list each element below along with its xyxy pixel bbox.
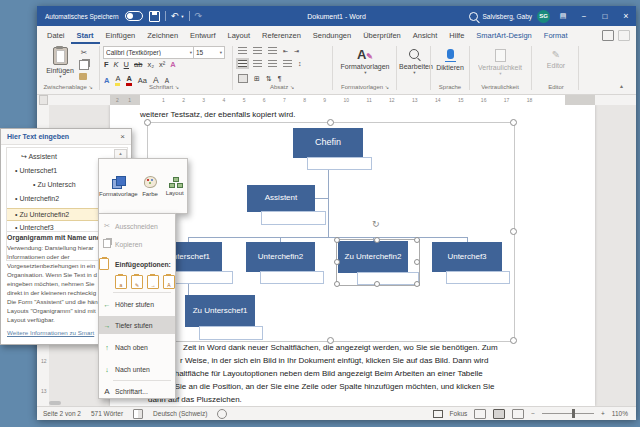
page-indicator[interactable]: Seite 2 von 2 [43, 410, 81, 417]
frame-handle-right[interactable] [510, 228, 517, 235]
tab-format[interactable]: Format [538, 26, 574, 44]
tab-hilfe[interactable]: Hilfe [443, 26, 470, 44]
format-painter-icon[interactable] [79, 73, 87, 80]
cut-icon[interactable]: ✂ [79, 48, 89, 57]
shrink-font-button[interactable]: A [165, 77, 169, 84]
close-button[interactable]: × [618, 6, 634, 26]
org-node-chefin[interactable]: Chefin [293, 128, 363, 158]
align-center-button[interactable] [253, 60, 262, 67]
print-layout-icon[interactable] [493, 409, 505, 419]
tab-layout[interactable]: Layout [222, 26, 257, 44]
text-pane-close-icon[interactable]: × [120, 132, 125, 141]
org-node-unterchef3[interactable]: Unterchef3 [432, 242, 502, 272]
mini-color-button[interactable]: Farbe [138, 159, 163, 213]
zoom-slider[interactable] [542, 413, 594, 414]
styles-dialog-launcher-icon[interactable]: ↘ [385, 84, 389, 90]
avatar[interactable]: SG [537, 10, 550, 23]
list-item-unterchef3[interactable]: • Unterchef3 [15, 224, 54, 231]
mini-style-button[interactable]: Formatvorlage [99, 159, 138, 213]
org-plate-unterchefin2[interactable] [260, 271, 324, 284]
zoom-in-button[interactable]: + [601, 410, 605, 417]
word-count[interactable]: 571 Wörter [91, 410, 123, 417]
pilcrow-icon[interactable]: ¶ [278, 75, 282, 82]
zoom-slider-thumb[interactable] [572, 409, 575, 418]
share-icon[interactable] [602, 30, 614, 41]
subscript-button[interactable]: x₂ [147, 60, 154, 69]
menu-item-promote[interactable]: ← Höher stufen [99, 295, 175, 313]
paragraph-dialog-launcher-icon[interactable]: ↘ [290, 84, 294, 90]
frame-handle-top-left[interactable] [144, 119, 151, 126]
menu-item-move-down[interactable]: ↓ Nach unten [99, 360, 175, 378]
tab-ansicht[interactable]: Ansicht [407, 26, 444, 44]
ribbon-display-options-icon[interactable]: ▤ [555, 6, 571, 26]
dictate-button[interactable]: Diktieren [433, 49, 467, 71]
org-plate-unterchef3[interactable] [446, 271, 510, 284]
shape-handle-br[interactable] [414, 281, 420, 287]
tab-selector[interactable] [39, 95, 48, 105]
numbered-list-icon[interactable] [253, 47, 262, 54]
tab-einfuegen[interactable]: Einfügen [100, 26, 142, 44]
zoom-level[interactable]: 110% [612, 410, 628, 417]
multilevel-list-icon[interactable] [268, 47, 277, 54]
maximize-button[interactable]: □ [597, 6, 613, 26]
styles-button[interactable]: A✎ Formatvorlagen ▾ [337, 47, 393, 75]
tab-zeichnen[interactable]: Zeichnen [141, 26, 184, 44]
list-item-assistent[interactable]: ↪ Assistent [21, 153, 57, 161]
org-node-zu-unterchefin2-selected[interactable]: Zu Unterchefin2 [338, 241, 408, 273]
collapse-ribbon-icon[interactable]: ▴ [620, 82, 623, 89]
accessibility-icon[interactable] [217, 409, 227, 419]
copy-icon[interactable] [79, 60, 89, 70]
sort-icon[interactable]: ⇅ [266, 75, 272, 83]
org-plate-zu-unterchefin2[interactable] [357, 272, 419, 285]
mini-layout-button[interactable]: Layout [162, 159, 187, 213]
list-item-unterchefin2[interactable]: • Unterchefin2 [15, 195, 59, 202]
list-item-unterschef1[interactable]: • Unterschef1 [15, 167, 57, 174]
line-spacing-icon[interactable]: ↕ [298, 60, 302, 67]
search-icon[interactable] [469, 12, 478, 21]
org-plate-zu-unterschef1[interactable] [199, 326, 263, 340]
font-dialog-launcher-icon[interactable]: ↘ [175, 84, 179, 90]
increase-indent-icon[interactable]: ⇥ [294, 47, 299, 54]
shape-handle-ml[interactable] [334, 259, 340, 265]
frame-handle-top-center[interactable] [327, 119, 334, 126]
italic-button[interactable]: K [114, 60, 119, 69]
context-menu[interactable]: ✂ Ausschneiden Kopieren Einfügeoptionen:… [98, 213, 176, 399]
superscript-button[interactable]: x² [159, 60, 165, 69]
org-node-zu-unterschef1[interactable]: Zu Unterschef1 [185, 295, 255, 327]
underline-button[interactable]: U [124, 60, 129, 69]
font-name-combobox[interactable]: Calibri (Textkörper)▾ [103, 46, 195, 59]
font-size-dropdown-icon[interactable]: ▾ [220, 50, 222, 55]
mini-toolbar[interactable]: Formatvorlage Farbe Layout [98, 158, 188, 214]
paste-text-only-icon[interactable]: A [163, 275, 175, 289]
text-effects-button[interactable]: A [170, 60, 175, 69]
bold-button[interactable]: F [104, 60, 109, 69]
focus-button[interactable]: Fokus [450, 410, 468, 417]
font-name-dropdown-icon[interactable]: ▾ [190, 50, 192, 55]
frame-handle-top-right[interactable] [510, 119, 517, 126]
proofing-icon[interactable] [133, 409, 143, 419]
justify-button[interactable] [283, 60, 292, 67]
strikethrough-button[interactable]: ab [134, 60, 142, 69]
font-size-combobox[interactable]: 15▾ [193, 46, 225, 59]
editing-button[interactable]: Bearbeiten ▾ [399, 49, 429, 75]
shape-handle-bl[interactable] [334, 281, 340, 287]
tab-ueberpruefen[interactable]: Überprüfen [357, 26, 407, 44]
org-node-assistent[interactable]: Assistent [247, 185, 315, 212]
clipboard-dialog-launcher-icon[interactable]: ↘ [88, 84, 92, 90]
rotate-handle-icon[interactable]: ↻ [372, 219, 380, 229]
shading-icon[interactable] [238, 74, 248, 83]
menu-item-font[interactable]: A Schriftart... [99, 382, 175, 400]
bullet-list-icon[interactable] [238, 47, 247, 54]
language-indicator[interactable]: Deutsch (Schweiz) [153, 410, 207, 417]
menu-item-move-up[interactable]: ↑ Nach oben [99, 338, 175, 356]
tab-referenzen[interactable]: Referenzen [256, 26, 307, 44]
minimize-button[interactable]: − [576, 6, 592, 26]
shape-handle-bc[interactable] [374, 281, 380, 287]
tab-start[interactable]: Start [71, 26, 100, 44]
read-mode-icon[interactable] [474, 409, 486, 419]
comments-icon[interactable] [618, 30, 630, 41]
shape-handle-tr[interactable] [414, 237, 420, 243]
org-node-unterchefin2[interactable]: Unterchefin2 [246, 242, 315, 272]
paste-button[interactable]: Einfügen ▾ [45, 47, 75, 79]
smartart-info-link[interactable]: Weitere Informationen zu Smart [7, 329, 94, 336]
